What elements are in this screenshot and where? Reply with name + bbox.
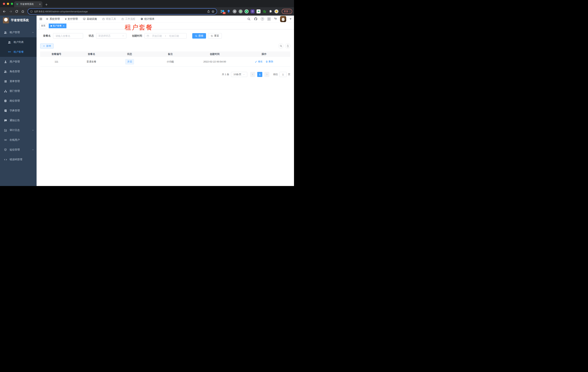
search-form: 套餐名 状态 请选择状态 (43, 33, 290, 39)
cell-remark: 小功能 (149, 60, 191, 64)
tag-tenant-package[interactable]: 租户套餐 (49, 23, 66, 28)
emoji-extension-icon[interactable] (274, 10, 278, 13)
topnav-item-payment[interactable]: ¥ 支付管理 (65, 17, 78, 21)
delete-link[interactable]: 删除 (266, 60, 273, 63)
close-window-button[interactable] (3, 3, 5, 5)
sidebar-item-error-code[interactable]: 错误码管理 (0, 155, 37, 164)
end-date-input[interactable] (168, 34, 181, 37)
sidebar-item-user-management[interactable]: 用户管理 (0, 57, 37, 67)
window-controls (3, 3, 13, 5)
reset-button[interactable]: 重置 (208, 33, 222, 39)
goto-page-input[interactable] (279, 72, 287, 77)
sidebar-item-tenant-package[interactable]: 租户套餐 (0, 47, 37, 57)
tab-title: 芋道管理系统 (20, 3, 37, 6)
tag-home[interactable]: 首页 (39, 23, 47, 28)
col-actions: 操作 (238, 53, 290, 56)
prev-page-button[interactable] (250, 72, 255, 77)
dictionary-book-icon (4, 109, 7, 112)
font-size-icon[interactable]: TT (274, 17, 277, 21)
user-avatar[interactable] (280, 16, 286, 22)
chevron-down-icon (243, 74, 245, 75)
tampermonkey-extension-icon[interactable]: 10 (221, 10, 225, 13)
command-extension-icon[interactable]: ⌘ (233, 10, 237, 13)
sidebar-item-role-management[interactable]: 角色管理 (0, 67, 37, 76)
cell-package-id: 111 (40, 60, 73, 63)
bookmark-star-icon[interactable] (211, 10, 215, 13)
avatar-caret-down-icon[interactable] (290, 19, 292, 20)
chat-extension-icon[interactable] (257, 10, 261, 13)
zoom-window-button[interactable] (11, 3, 13, 5)
topnav-item-reports[interactable]: 统计报表 (140, 17, 154, 21)
gem-extension-icon[interactable] (227, 10, 231, 13)
sidebar-item-notice[interactable]: 通知公告 (0, 116, 37, 125)
sidebar-item-department-management[interactable]: 部门管理 (0, 86, 37, 96)
toggle-search-button[interactable] (278, 43, 284, 49)
sidebar-item-dict-management[interactable]: 字典管理 (0, 106, 37, 116)
browser-update-menu-button[interactable]: 更新 (282, 9, 292, 14)
sidebar-item-post-management[interactable]: 岗位管理 (0, 96, 37, 106)
status-label: 状态 (89, 34, 94, 37)
sidebar-item-label: 用户管理 (10, 60, 20, 64)
status-select[interactable]: 请选择状态 (96, 33, 126, 39)
package-name-label: 套餐名 (43, 34, 51, 37)
monitor-check-icon (83, 18, 86, 20)
package-name-input[interactable] (55, 34, 81, 37)
search-button[interactable]: 搜索 (192, 33, 206, 39)
log-edit-icon (4, 129, 7, 132)
sidebar-item-online-users[interactable]: 在线用户 (0, 135, 37, 145)
refresh-table-button[interactable] (285, 43, 290, 49)
topnav-item-workflow[interactable]: 工作流程 (121, 17, 135, 21)
github-icon[interactable] (254, 17, 257, 21)
new-tab-button[interactable] (45, 3, 48, 6)
users-icon (4, 31, 7, 34)
sidebar-item-tenant-management[interactable]: 租户管理 (0, 28, 37, 37)
sidebar-item-tenant-list[interactable]: 租户列表 (0, 37, 37, 47)
extension-badge: 10 (223, 12, 226, 14)
minimize-window-button[interactable] (7, 3, 9, 5)
fullscreen-icon[interactable] (267, 17, 271, 21)
home-icon[interactable] (20, 9, 25, 14)
recorder-extension-icon[interactable] (239, 10, 242, 13)
sidebar-item-label: 部门管理 (10, 89, 20, 93)
share-icon[interactable] (207, 10, 210, 13)
yuque-extension-icon[interactable]: Y (245, 10, 249, 13)
url-bar[interactable]: 127.0.0.1:48080/admin-ui/system/tenant/p… (28, 8, 217, 14)
browser-tab[interactable]: 芋道管理系统 (14, 1, 42, 7)
sidebar-item-menu-management[interactable]: 菜单管理 (0, 76, 37, 86)
page-number-button[interactable]: 1 (257, 72, 262, 77)
privacy-shield-extension-icon[interactable] (251, 10, 254, 13)
date-range-picker[interactable]: - (145, 33, 187, 39)
app-logo[interactable]: 芋道管理系统 (0, 16, 37, 25)
next-page-button[interactable] (264, 72, 269, 77)
back-icon[interactable] (2, 9, 7, 14)
trash-icon (266, 61, 268, 63)
forward-icon[interactable] (8, 9, 13, 14)
tree-icon (4, 80, 7, 83)
edit-link[interactable]: 修改 (255, 60, 262, 63)
cell-created: 2022-02-22 00:54:00 (191, 60, 238, 63)
tab-close-icon[interactable] (39, 3, 41, 5)
data-table: 套餐编号 套餐名 状态 备注 创建时间 操作 111 普通套餐 开启 小功能 (40, 52, 290, 67)
collapse-sidebar-icon[interactable] (39, 17, 42, 21)
tag-close-icon[interactable] (63, 25, 65, 27)
cell-package-name: 普通套餐 (73, 60, 110, 64)
search-icon[interactable] (247, 17, 251, 21)
puzzle-extensions-icon[interactable] (268, 10, 273, 13)
topnav-item-dev-tools[interactable]: 研发工具 (102, 17, 116, 21)
sidebar-item-audit-log[interactable]: 审计日志 (0, 125, 37, 135)
content-area: 套餐名 状态 请选择状态 (37, 29, 294, 186)
reload-icon[interactable] (14, 9, 19, 14)
page-size-select[interactable]: 10条/页 (231, 72, 247, 77)
sidebar-item-label: 菜单管理 (10, 80, 20, 83)
evernote-star-extension-icon[interactable] (262, 10, 266, 13)
start-date-input[interactable] (150, 34, 164, 37)
topnav-item-infrastructure[interactable]: 基础设施 (83, 17, 97, 21)
add-button[interactable]: 新增 (40, 43, 53, 49)
pencil-icon (255, 61, 257, 63)
site-info-icon[interactable] (30, 10, 33, 13)
url-text: 127.0.0.1:48080/admin-ui/system/tenant/p… (34, 10, 206, 13)
help-icon[interactable]: ? (261, 17, 264, 21)
sidebar-item-sms-management[interactable]: 短信管理 (0, 145, 37, 155)
topnav-item-system[interactable]: 系统管理 (46, 17, 60, 21)
users-icon (4, 70, 7, 73)
